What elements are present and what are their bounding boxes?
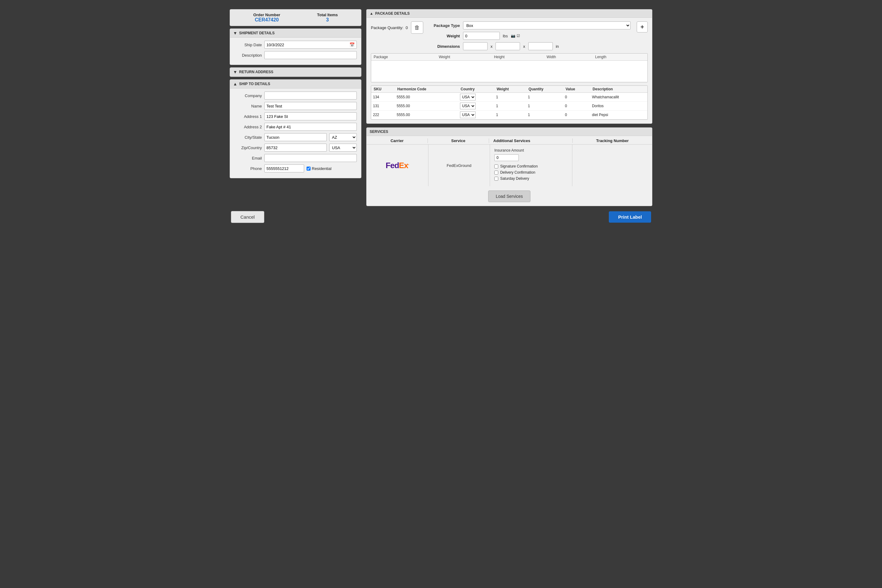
weight-cell: 1 <box>494 93 526 102</box>
address1-row: Address 1 <box>234 112 357 120</box>
shipment-details-body: Ship Date 📅 Description <box>230 38 361 64</box>
package-top-row: Package Quantity: 0 🗑 Package Type Box <box>371 21 648 50</box>
order-number-value: CER47420 <box>253 17 280 22</box>
ship-date-input[interactable] <box>265 41 348 48</box>
sig-confirmation-row[interactable]: Signature Confirmation <box>494 164 568 168</box>
package-details-body: Package Quantity: 0 🗑 Package Type Box <box>367 18 652 123</box>
services-label: SERVICES <box>370 129 388 134</box>
tracking-col <box>572 144 652 186</box>
total-items-label: Total Items <box>317 12 338 17</box>
email-label: Email <box>234 156 262 160</box>
package-details-header[interactable]: ▲ PACKAGE DETAILS <box>367 9 652 18</box>
dimensions-label: Dimensions <box>429 44 460 49</box>
city-state-row: City/State AZ <box>234 133 357 141</box>
print-label-button[interactable]: Print Label <box>609 212 651 223</box>
phone-input[interactable] <box>264 165 304 172</box>
weight-label: Weight <box>429 34 460 38</box>
package-type-label: Package Type <box>429 23 460 28</box>
shipment-chevron-icon: ▼ <box>233 31 237 36</box>
dim-w-input[interactable] <box>495 42 520 50</box>
dim-h-input[interactable] <box>528 42 553 50</box>
residential-checkbox-label[interactable]: Residential <box>306 166 332 171</box>
city-state-label: City/State <box>234 135 262 140</box>
return-address-header[interactable]: ▼ RETURN ADDRESS <box>230 68 361 76</box>
country-cell[interactable]: USA <box>458 93 494 102</box>
weight-unit: lbs <box>503 34 508 38</box>
ship-date-field[interactable]: 📅 <box>264 41 357 49</box>
cancel-button[interactable]: Cancel <box>231 211 264 223</box>
zip-label: Zip/Country <box>234 146 262 150</box>
residential-label: Residential <box>312 166 332 171</box>
package-table-wrapper: Package Weight Height Width Length <box>371 53 648 82</box>
package-type-row: Package Type Box <box>429 21 631 29</box>
address2-input[interactable] <box>264 123 357 131</box>
add-package-button[interactable]: + <box>637 21 648 33</box>
sig-confirmation-checkbox[interactable] <box>494 165 498 168</box>
weight-input[interactable] <box>463 32 500 40</box>
package-chevron-icon: ▲ <box>370 11 374 16</box>
order-header: Order Number CER47420 Total Items 3 <box>230 9 362 26</box>
service-label: Service <box>451 138 465 143</box>
address1-input[interactable] <box>264 112 357 120</box>
zip-input[interactable] <box>264 144 327 152</box>
phone-row: Phone Residential <box>234 165 357 172</box>
additional-col-header: Additional Services <box>489 138 573 143</box>
shipment-details-header[interactable]: ▼ SHIPMENT DETAILS <box>230 29 361 38</box>
sku-cell: 131 <box>371 102 395 111</box>
dim-l-input[interactable] <box>463 42 488 50</box>
quantity-cell: 1 <box>526 102 563 111</box>
return-address-label: RETURN ADDRESS <box>239 70 273 74</box>
saturday-delivery-checkbox[interactable] <box>494 177 498 181</box>
insurance-label: Insurance Amount <box>494 148 524 153</box>
additional-label: Additional Services <box>494 138 530 143</box>
ship-to-header[interactable]: ▲ SHIP TO DETAILS <box>230 80 361 88</box>
email-input[interactable] <box>264 154 357 162</box>
value-cell: 0 <box>563 102 590 111</box>
package-type-select[interactable]: Box <box>463 21 631 29</box>
fedex-orange-text: Ex <box>399 161 408 170</box>
company-input[interactable] <box>264 92 357 99</box>
sku-col-harmonize: Harmonize Code <box>395 86 458 93</box>
country-select-cell[interactable]: USA <box>460 94 476 100</box>
delivery-confirmation-row[interactable]: Delivery Confirmation <box>494 170 568 175</box>
load-services-button[interactable]: Load Services <box>488 190 531 202</box>
order-number-section: Order Number CER47420 <box>253 12 280 22</box>
weight-cell: 1 <box>494 102 526 111</box>
zip-country-row: Zip/Country USA <box>234 144 357 152</box>
description-input[interactable] <box>264 51 357 59</box>
city-input[interactable] <box>264 133 327 141</box>
name-input[interactable] <box>264 102 357 110</box>
services-header: SERVICES <box>367 128 652 136</box>
country-select[interactable]: USA <box>329 144 357 152</box>
residential-checkbox[interactable] <box>306 166 310 171</box>
country-cell[interactable]: USA <box>458 111 494 119</box>
delivery-confirmation-label: Delivery Confirmation <box>500 170 536 175</box>
load-services-row: Load Services <box>367 186 652 206</box>
sku-col-value: Value <box>563 86 590 93</box>
harmonize-cell: 5555.00 <box>395 111 458 119</box>
pkg-col-height: Height <box>492 54 544 61</box>
dim-unit: in <box>556 44 559 49</box>
pkg-col-package: Package <box>371 54 436 61</box>
sku-table-row: 134 5555.00 USA 1 1 0 Whatchamacallit <box>371 93 647 102</box>
fedex-dot: . <box>408 161 409 166</box>
delivery-confirmation-checkbox[interactable] <box>494 171 498 175</box>
description-label: Description <box>234 53 262 58</box>
total-items-section: Total Items 3 <box>317 12 338 22</box>
state-select[interactable]: AZ <box>329 133 357 141</box>
insurance-input-area[interactable] <box>494 154 568 161</box>
country-select-cell[interactable]: USA <box>460 111 476 118</box>
ship-to-label: SHIP TO DETAILS <box>239 82 270 86</box>
return-address-chevron-icon: ▼ <box>233 69 237 74</box>
sku-col-weight: Weight <box>494 86 526 93</box>
service-col-header: Service <box>428 138 489 143</box>
sku-col-quantity: Quantity <box>526 86 563 93</box>
weight-icons: 📷 ☑ <box>511 34 520 38</box>
calendar-icon[interactable]: 📅 <box>348 42 357 47</box>
trash-button[interactable]: 🗑 <box>411 21 423 34</box>
tracking-label: Tracking Number <box>596 138 629 143</box>
insurance-input[interactable] <box>494 154 519 161</box>
saturday-delivery-row[interactable]: Saturday Delivery <box>494 176 568 181</box>
country-cell[interactable]: USA <box>458 102 494 111</box>
country-select-cell[interactable]: USA <box>460 103 476 110</box>
